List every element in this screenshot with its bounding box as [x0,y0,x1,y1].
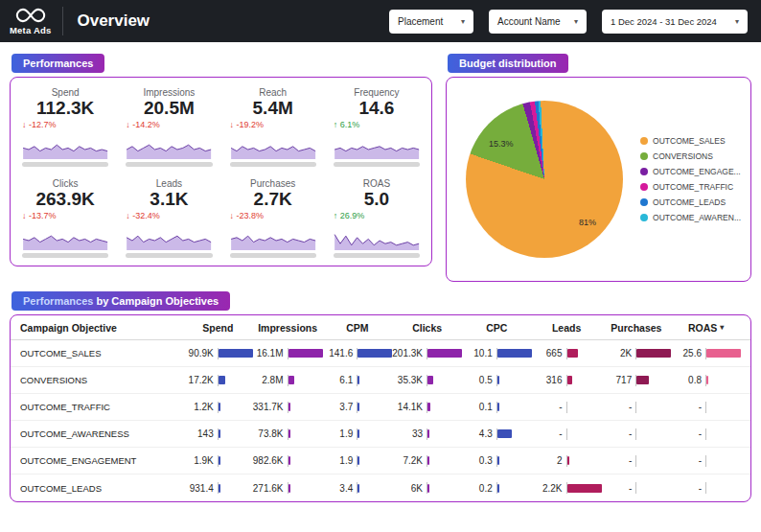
cell-bar-area [427,429,462,438]
cell-roas: - [671,455,741,467]
col-header-spend[interactable]: Spend [183,322,253,334]
table-row-conversions[interactable]: CONVERSIONS17.2K2.8M6.135.3K0.53167170.8 [11,367,750,394]
kpi-change-value: -13.7% [29,211,57,220]
sort-caret-icon: ▾ [720,323,724,332]
col-header-leads[interactable]: Leads [532,322,602,334]
table-row-outcome-sales[interactable]: OUTCOME_SALES90.9K16.1M141.6201.3K10.166… [11,340,750,367]
legend-item-outcome-engage[interactable]: OUTCOME_ENGAGE... [640,164,741,179]
cell-value: 3.4 [323,483,357,494]
cell-spend: 17.2K [183,375,253,386]
cell-cpm: 1.9 [323,455,393,467]
kpi-value: 263.9K [22,189,108,210]
kpi-change: ↑ 26.9% [334,211,420,220]
cell-bar-area [357,403,392,411]
cell-bar-area [567,429,602,438]
cell-value: 7.2K [392,455,427,466]
cell-impressions: 16.1M [253,348,323,359]
data-bar [497,484,499,493]
table-row-outcome-engagement[interactable]: OUTCOME_ENGAGEMENT1.9K982.6K1.97.2K0.32-… [11,448,750,474]
legend-label: OUTCOME_SALES [653,133,726,149]
data-bar [706,349,741,358]
sparkline-chart [22,231,108,250]
cell-clicks: 6K [392,482,462,494]
data-bar [427,376,433,384]
pie-legend: OUTCOME_SALESCONVERSIONSOUTCOME_ENGAGE..… [629,133,741,225]
cell-cpm: 3.4 [323,482,393,494]
meta-ads-logo: Meta Ads [10,7,51,35]
legend-item-outcome-awaren[interactable]: OUTCOME_AWAREN... [640,210,741,225]
kpi-value: 5.4M [230,98,316,119]
col-header-purchases[interactable]: Purchases [602,322,672,334]
data-bar [497,349,532,358]
filter-label: 1 Dec 2024 - 31 Dec 2024 [611,16,717,27]
data-bar [567,456,569,465]
data-bar [219,349,253,358]
cell-cpc: 10.1 [462,348,532,359]
cell-value: 1.9 [323,428,357,439]
cell-bar-area [567,403,602,411]
col-header-roas[interactable]: ROAS▾ [671,322,741,334]
legend-item-conversions[interactable]: CONVERSIONS [640,149,741,164]
data-bar [288,349,323,358]
cell-bar-area [219,376,253,384]
legend-item-outcome-sales[interactable]: OUTCOME_SALES [640,133,741,149]
kpi-change-value: -14.2% [132,120,160,129]
kpi-label: Leads [126,178,212,189]
cell-impressions: 2.8M [253,375,323,386]
cell-bar-area [427,349,462,358]
cell-value: 316 [532,375,566,385]
cell-cpc: 0.5 [462,375,532,386]
col-header-clicks[interactable]: Clicks [392,322,462,334]
legend-item-outcome-leads[interactable]: OUTCOME_LEADS [640,195,741,210]
kpi-label: Spend [22,87,108,98]
legend-item-outcome-traffic[interactable]: OUTCOME_TRAFFIC [640,179,741,195]
kpi-card-leads: Leads3.1K↓ -32.4% [126,176,212,258]
cell-bar-area [288,376,323,384]
filter-account-name[interactable]: Account Name▾ [489,10,587,34]
cell-bar-area [567,376,602,384]
cell-value: 0.3 [462,455,496,466]
kpi-card-frequency: Frequency14.6↑ 6.1% [334,85,420,167]
col-header-impressions[interactable]: Impressions [253,322,323,334]
data-bar [219,484,220,493]
filter-placement[interactable]: Placement▾ [389,10,473,34]
kpi-card-purchases: Purchases2.7K↓ -23.8% [230,176,316,258]
arrow-down-icon: ↓ [22,120,29,129]
cell-value: 143 [183,428,218,439]
kpi-change-value: -19.2% [237,120,265,129]
col-header-campaign-objective[interactable]: Campaign Objective [20,322,183,334]
cell-value: 10.1 [462,348,496,359]
kpi-change: ↓ -14.2% [126,120,212,129]
col-header-cpc[interactable]: CPC [462,322,532,334]
col-header-cpm[interactable]: CPM [323,322,393,334]
cell-value: 271.6K [253,483,288,494]
cell-roas: - [671,482,741,494]
objective-name: CONVERSIONS [20,375,183,385]
sparkline-track [126,162,212,167]
kpi-card-clicks: Clicks263.9K↓ -13.7% [22,176,108,258]
budget-section: Budget distribution 15.3% 81% OUTCOME_SA… [446,54,751,282]
cell-cpm: 141.6 [323,348,393,359]
cell-value: 331.7K [253,402,288,412]
data-bar [357,349,392,358]
cell-clicks: 7.2K [392,455,462,467]
meta-infinity-icon [14,7,47,24]
table-row-outcome-traffic[interactable]: OUTCOME_TRAFFIC1.2K331.7K3.714.1K0.1--- [11,394,750,421]
cell-bar-area [636,403,671,411]
cell-bar-area [288,484,323,493]
kpi-change-value: -12.7% [29,120,57,129]
budget-pie-chart[interactable] [466,101,623,258]
legend-dot-icon [640,137,648,145]
filter-1-dec-2024-31-dec-2024[interactable]: 1 Dec 2024 - 31 Dec 2024▾ [602,10,748,34]
badge-text-performances: Performances [23,295,93,307]
data-bar [357,456,359,465]
cell-value: 0.8 [671,375,705,385]
table-row-outcome-leads[interactable]: OUTCOME_LEADS931.4271.6K3.46K0.22.2K-- [11,474,750,501]
cell-leads: 665 [532,348,602,359]
cell-roas: - [671,428,741,440]
cell-clicks: 201.3K [392,348,462,359]
table-row-outcome-awareness[interactable]: OUTCOME_AWARENESS14373.8K1.9334.3--- [11,421,750,448]
performances-box: Spend112.3K↓ -12.7%Impressions20.5M↓ -14… [10,77,432,266]
data-bar [497,429,512,438]
col-header-label: Spend [202,322,233,334]
